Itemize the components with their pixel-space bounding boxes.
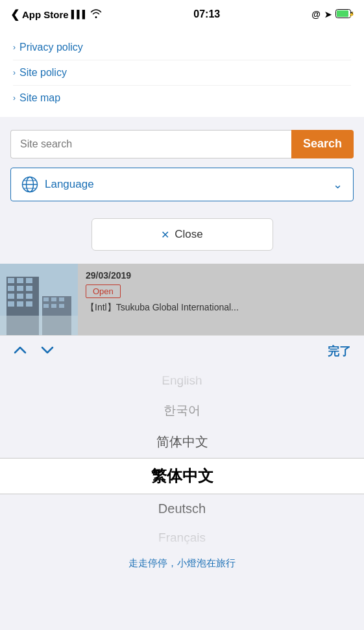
- nav-links: › Privacy policy › Site policy › Site ma…: [0, 29, 364, 117]
- svg-rect-22: [26, 301, 32, 307]
- toolbar-down-arrow[interactable]: [40, 343, 55, 360]
- svg-rect-18: [17, 294, 23, 299]
- picker-area: English 한국어 简体中文 繁体中文 Deutsch Français: [0, 366, 364, 552]
- svg-rect-20: [8, 301, 14, 307]
- svg-rect-19: [26, 294, 32, 299]
- nav-link-site-map-label: Site map: [19, 92, 60, 104]
- language-label: Language: [45, 178, 94, 191]
- battery-icon: ⚡: [335, 9, 354, 20]
- location-icon: @: [311, 9, 321, 19]
- svg-rect-11: [8, 278, 14, 283]
- status-bar: ❮ App Store ▌▌▌ 07:13 @ ➤ ⚡: [0, 0, 364, 29]
- picker-item-traditional-chinese[interactable]: 繁体中文: [0, 458, 364, 494]
- picker-item-simplified-chinese[interactable]: 简体中文: [0, 426, 364, 458]
- svg-rect-16: [26, 286, 32, 291]
- carrier-label: App Store: [22, 9, 69, 20]
- picker-item-francais[interactable]: Français: [0, 523, 364, 552]
- arrow-icon: ➤: [324, 10, 332, 19]
- svg-rect-14: [8, 286, 14, 291]
- nav-link-site-policy-label: Site policy: [19, 67, 67, 79]
- svg-text:⚡: ⚡: [348, 11, 354, 18]
- close-section: ✕ Close: [0, 212, 364, 264]
- svg-rect-13: [26, 278, 32, 283]
- wifi-icon: [90, 9, 102, 20]
- picker-item-korean[interactable]: 한국어: [0, 395, 364, 426]
- language-left: Language: [21, 176, 94, 193]
- nav-link-privacy[interactable]: › Privacy policy: [13, 35, 351, 60]
- picker-item-deutsch[interactable]: Deutsch: [0, 494, 364, 523]
- toolbar-arrows: [13, 343, 55, 360]
- search-row: Search: [10, 130, 354, 158]
- svg-rect-25: [51, 297, 56, 301]
- toolbar-done-button[interactable]: 完了: [328, 344, 351, 359]
- svg-rect-24: [43, 297, 49, 301]
- search-input[interactable]: [10, 130, 291, 158]
- close-button[interactable]: ✕ Close: [91, 218, 273, 251]
- banner-date: 29/03/2019: [86, 270, 356, 281]
- status-left: ❮ App Store ▌▌▌: [10, 8, 102, 21]
- chevron-icon-privacy: ›: [13, 43, 16, 52]
- banner-badge: Open: [86, 284, 121, 298]
- close-x-icon: ✕: [161, 229, 169, 241]
- search-button[interactable]: Search: [291, 130, 354, 158]
- globe-icon: [21, 176, 38, 193]
- watermark-text: 走走停停，小燈泡在旅行: [128, 557, 236, 568]
- svg-rect-15: [17, 286, 23, 291]
- watermark: 走走停停，小燈泡在旅行: [0, 552, 364, 576]
- svg-rect-27: [43, 304, 49, 308]
- svg-rect-29: [59, 304, 64, 308]
- nav-link-site-map[interactable]: › Site map: [13, 86, 351, 110]
- nav-link-site-policy[interactable]: › Site policy: [13, 60, 351, 86]
- picker-inner: English 한국어 简体中文 繁体中文 Deutsch Français: [0, 366, 364, 552]
- nav-link-privacy-label: Privacy policy: [19, 42, 83, 53]
- banner-info: 29/03/2019 Open 【Intl】Tsukuba Global Int…: [78, 264, 364, 320]
- signal-bars: ▌▌▌: [71, 10, 88, 19]
- banner-card[interactable]: 29/03/2019 Open 【Intl】Tsukuba Global Int…: [0, 264, 364, 335]
- nav-links-container: › Privacy policy › Site policy › Site ma…: [0, 29, 364, 117]
- svg-rect-21: [17, 301, 23, 307]
- banner-title: 【Intl】Tsukuba Global International...: [86, 302, 356, 314]
- svg-rect-1: [337, 10, 348, 17]
- status-right: @ ➤ ⚡: [311, 9, 354, 20]
- svg-rect-30: [0, 316, 78, 335]
- toolbar: 完了: [0, 335, 364, 366]
- toolbar-up-arrow[interactable]: [13, 343, 27, 360]
- chevron-icon-policy: ›: [13, 68, 16, 77]
- banner-thumbnail: [0, 264, 78, 335]
- language-dropdown[interactable]: Language ⌄: [10, 168, 354, 201]
- chevron-icon-map: ›: [13, 94, 16, 103]
- svg-rect-26: [59, 297, 64, 301]
- chevron-down-icon: ⌄: [333, 177, 343, 192]
- search-section: Search Language ⌄: [0, 117, 364, 212]
- back-icon[interactable]: ❮: [10, 8, 19, 21]
- picker-list: English 한국어 简体中文 繁体中文 Deutsch Français: [0, 366, 364, 552]
- svg-rect-28: [51, 304, 56, 308]
- close-label: Close: [175, 228, 202, 241]
- svg-rect-12: [17, 278, 23, 283]
- svg-rect-17: [8, 294, 14, 299]
- picker-item-english[interactable]: English: [0, 366, 364, 395]
- status-time: 07:13: [193, 8, 220, 20]
